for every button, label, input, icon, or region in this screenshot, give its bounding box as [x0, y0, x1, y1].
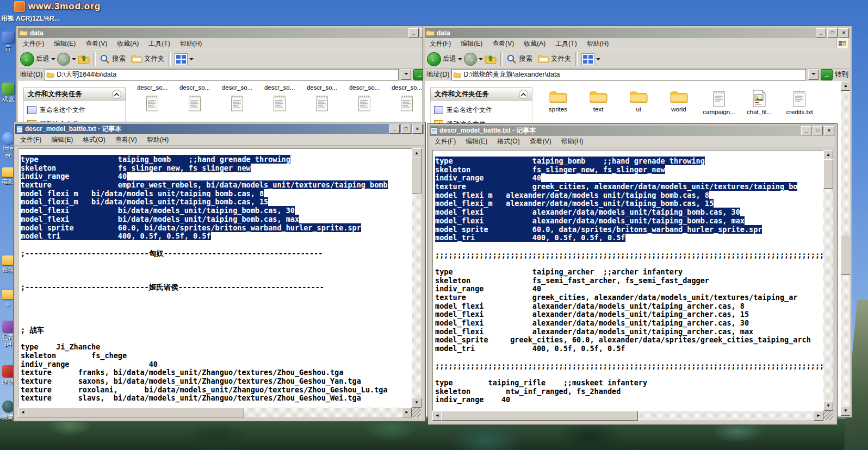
- task-pane-header[interactable]: 文件和文件夹任务: [23, 88, 126, 101]
- scroll-down-button[interactable]: ▼: [823, 401, 833, 411]
- folders-icon[interactable]: [537, 54, 549, 64]
- menu-item[interactable]: 文件(F): [15, 135, 46, 145]
- menu-item[interactable]: 帮助(H): [142, 135, 174, 145]
- maximize-button[interactable]: □: [827, 28, 838, 38]
- scroll-right-button[interactable]: ►: [814, 411, 823, 421]
- views-dropdown-icon[interactable]: [189, 58, 194, 62]
- text-file-icon[interactable]: [131, 94, 173, 111]
- back-icon[interactable]: ←: [427, 52, 441, 66]
- scroll-up-button[interactable]: ▲: [412, 148, 421, 158]
- address-input[interactable]: D:\燃烧的黄龙旗\alexander\data: [451, 69, 806, 80]
- menu-item[interactable]: 查看(V): [487, 39, 519, 48]
- text-file-icon[interactable]: [216, 94, 258, 111]
- scrollbar-thumb[interactable]: [27, 408, 244, 417]
- menu-item[interactable]: 工具(T): [550, 39, 581, 48]
- views-icon[interactable]: [175, 53, 188, 65]
- file-label[interactable]: descr_so...: [386, 84, 428, 91]
- desktop-icon[interactable]: 戏盒: [0, 83, 16, 103]
- text-file-icon[interactable]: [343, 94, 386, 111]
- back-button-label[interactable]: 后退: [443, 54, 456, 64]
- scroll-down-button[interactable]: ▼: [841, 406, 850, 416]
- resize-grip[interactable]: [823, 411, 833, 420]
- scrollbar-thumb[interactable]: [441, 411, 638, 421]
- folders-button-label[interactable]: 文件夹: [551, 54, 572, 64]
- search-icon[interactable]: [506, 54, 517, 65]
- search-button-label[interactable]: 搜索: [519, 54, 532, 64]
- go-label[interactable]: 转到: [835, 70, 848, 79]
- scroll-right-button[interactable]: ►: [402, 408, 412, 417]
- file-label[interactable]: descr_so...: [301, 84, 343, 91]
- file-item[interactable]: campaign...: [699, 90, 739, 115]
- collapse-chevron-icon[interactable]: [519, 90, 528, 99]
- maximize-button[interactable]: □: [813, 126, 823, 135]
- menu-item[interactable]: 文件(F): [425, 39, 456, 48]
- text-file-icon[interactable]: [301, 94, 343, 111]
- minimize-button[interactable]: _: [408, 28, 419, 38]
- menu-item[interactable]: 编辑(E): [456, 39, 487, 48]
- file-item[interactable]: credits.txt: [779, 90, 820, 115]
- title-bar[interactable]: data _ □ ×: [425, 28, 850, 38]
- menu-item[interactable]: 查看(V): [80, 39, 112, 48]
- text-file-icon[interactable]: [173, 94, 216, 111]
- title-bar[interactable]: descr_model_battle.txt - 记事本 _ □ ×: [430, 126, 835, 136]
- text-file-icon[interactable]: [258, 94, 301, 111]
- views-dropdown-icon[interactable]: [596, 58, 600, 62]
- menu-item[interactable]: 文件(F): [430, 137, 461, 146]
- menu-item[interactable]: 查看(V): [110, 135, 142, 145]
- scroll-down-button[interactable]: ▼: [412, 398, 421, 408]
- title-bar[interactable]: data _ □ ×: [18, 28, 443, 38]
- menu-item[interactable]: 格式(O): [78, 135, 110, 145]
- back-icon[interactable]: ←: [20, 52, 34, 66]
- desktop-icon[interactable]: 音: [0, 32, 16, 52]
- back-dropdown-icon[interactable]: [458, 58, 462, 62]
- menu-item[interactable]: 帮助(H): [175, 39, 207, 48]
- address-dropdown-button[interactable]: [808, 70, 819, 80]
- scroll-up-button[interactable]: ▲: [841, 81, 850, 91]
- explorer-vertical-scrollbar[interactable]: ▲ ▼: [841, 81, 850, 416]
- forward-icon[interactable]: →: [464, 53, 477, 66]
- vertical-scrollbar[interactable]: ▲ ▼: [823, 150, 833, 411]
- title-bar[interactable]: descr_model_battle.txt - 记事本 _ □ ×: [15, 124, 424, 134]
- close-button[interactable]: ×: [839, 28, 849, 38]
- forward-dropdown-icon[interactable]: [72, 58, 76, 62]
- horizontal-scrollbar[interactable]: ◄ ►: [18, 408, 412, 417]
- menu-item[interactable]: 文件(F): [18, 39, 49, 48]
- forward-icon[interactable]: →: [57, 53, 70, 66]
- menu-item[interactable]: 查看(V): [525, 137, 556, 146]
- menu-item[interactable]: 工具(T): [144, 39, 175, 48]
- file-label[interactable]: descr_so...: [258, 84, 301, 91]
- file-label[interactable]: descr_so...: [343, 84, 386, 91]
- text-file-icon[interactable]: [386, 94, 428, 111]
- menu-item[interactable]: 编辑(E): [49, 39, 80, 48]
- back-dropdown-icon[interactable]: [51, 58, 55, 62]
- menu-item[interactable]: 格式(O): [492, 137, 524, 146]
- task-item[interactable]: 重命名这个文件: [434, 105, 529, 115]
- folder-item[interactable]: sprites: [538, 90, 578, 115]
- search-button-label[interactable]: 搜索: [112, 54, 126, 64]
- file-label[interactable]: descr_so...: [173, 84, 216, 91]
- folders-button-label[interactable]: 文件夹: [144, 54, 165, 64]
- menu-item[interactable]: 帮助(H): [582, 39, 614, 48]
- menu-item[interactable]: 编辑(E): [46, 135, 78, 145]
- folder-item[interactable]: text: [578, 90, 618, 115]
- horizontal-scrollbar[interactable]: ◄ ►: [432, 411, 823, 420]
- scrollbar-thumb[interactable]: [841, 235, 850, 275]
- scrollbar-thumb[interactable]: [412, 158, 421, 193]
- text-editor[interactable]: type taiping_bomb ;;hand grenade throwin…: [18, 148, 412, 408]
- text-editor[interactable]: type taiping_bomb ;;hand grenade throwin…: [432, 150, 823, 411]
- menu-item[interactable]: 编辑(E): [461, 137, 492, 146]
- file-label[interactable]: descr_so...: [131, 84, 173, 91]
- file-label[interactable]: descr_so...: [216, 84, 258, 91]
- folder-item[interactable]: world: [659, 90, 699, 115]
- address-input[interactable]: D:\大明1644\bi\data: [45, 69, 399, 80]
- task-item[interactable]: 重命名这个文件: [27, 105, 122, 115]
- address-dropdown-button[interactable]: [401, 70, 411, 80]
- folder-item[interactable]: ui: [618, 90, 659, 115]
- minimize-button[interactable]: _: [801, 126, 811, 135]
- views-icon[interactable]: [581, 53, 594, 65]
- maximize-button[interactable]: □: [401, 124, 411, 134]
- resize-grip[interactable]: [412, 408, 421, 417]
- file-item[interactable]: chat_fil...: [739, 90, 779, 115]
- collapse-chevron-icon[interactable]: [112, 90, 121, 99]
- back-button-label[interactable]: 后退: [36, 54, 49, 64]
